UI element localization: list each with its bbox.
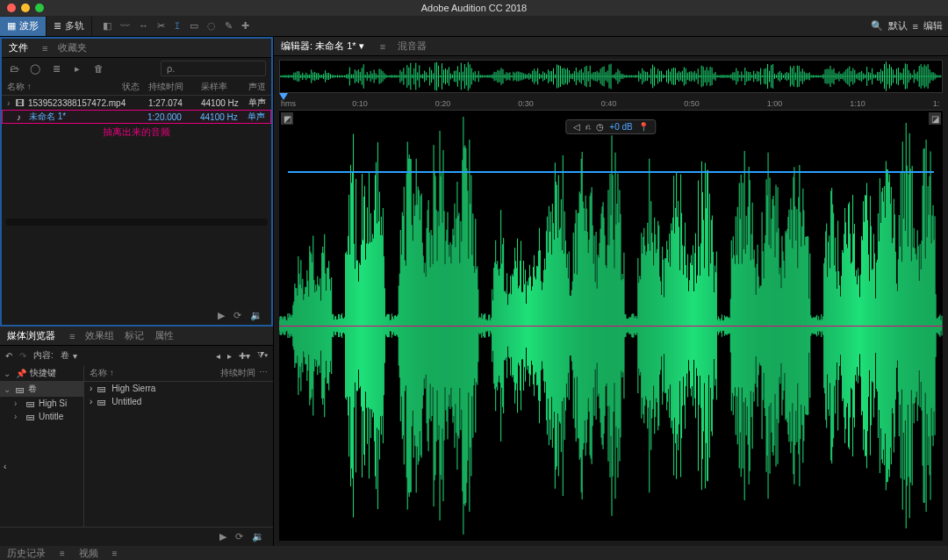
amplitude-guide-line (288, 171, 934, 173)
list-item[interactable]: ›🖴High Sierra (84, 382, 273, 395)
insert-icon[interactable]: ▸ (70, 63, 84, 75)
open-file-icon[interactable]: 🗁 (7, 63, 21, 74)
tab-effects-rack[interactable]: 效果组 (85, 329, 114, 342)
editor-tab-menu-icon[interactable]: ≡ (380, 41, 385, 52)
files-tab-menu-icon[interactable]: ≡ (42, 43, 47, 54)
minimize-window-button[interactable] (21, 4, 30, 12)
footer-menu-icon[interactable]: ≡ (60, 549, 65, 558)
tab-favorites[interactable]: 收藏夹 (58, 41, 87, 54)
filter-icon[interactable]: ⧩▾ (257, 350, 268, 361)
col-more[interactable]: ⋯ (255, 367, 268, 379)
corner-tl-icon[interactable]: ◩ (281, 112, 293, 125)
content-dropdown[interactable]: 卷▾ (61, 349, 77, 362)
drive-icon: 🖴 (97, 384, 106, 393)
back-icon[interactable]: ↶ (5, 351, 12, 361)
menu-right[interactable]: 编辑 (923, 19, 943, 32)
play-icon[interactable]: ▶ (218, 310, 225, 321)
tab-video[interactable]: 视频 (79, 547, 98, 560)
col-name[interactable]: 名称 ↑ (7, 81, 122, 93)
tab-media-browser[interactable]: 媒体浏览器 (7, 329, 55, 342)
fwd-icon[interactable]: ↷ (19, 351, 26, 361)
close-window-button[interactable] (7, 4, 16, 12)
ruler-tick: 0:20 (435, 99, 451, 108)
tool-brush-icon[interactable]: ✎ (225, 20, 233, 32)
ruler-tick: 0:50 (684, 99, 700, 108)
auto-play-icon[interactable]: 🔉 (252, 531, 264, 542)
tool-lasso-icon[interactable]: ◌ (207, 20, 216, 32)
waveform-overview[interactable] (279, 60, 943, 93)
new-multitrack-icon[interactable]: ≣ (49, 63, 63, 75)
tool-marquee-icon[interactable]: ▭ (190, 20, 198, 32)
tab-mixer[interactable]: 混音器 (398, 39, 427, 53)
mode-waveform-button[interactable]: ▦ 波形 (0, 17, 47, 36)
add-icon[interactable]: ✚▾ (239, 351, 250, 361)
auto-play-icon[interactable]: 🔉 (250, 310, 262, 321)
files-search-input[interactable]: ρ. (161, 61, 266, 76)
traffic-lights (0, 4, 44, 12)
col-status[interactable]: 状态 (122, 81, 148, 93)
file-name: 1539523388157472.mp4 (28, 98, 148, 108)
nav-next-icon[interactable]: ▸ (227, 351, 232, 361)
nav-prev-icon[interactable]: ◂ (216, 351, 220, 361)
tool-pitch-icon[interactable]: 〰 (120, 20, 130, 32)
file-duration: 1:20.000 (147, 112, 200, 122)
tool-razor-icon[interactable]: ✂ (157, 20, 165, 32)
loop-icon[interactable]: ⟳ (233, 310, 241, 321)
tab-properties[interactable]: 属性 (154, 329, 174, 342)
waveform-display[interactable]: ◩ ◪ ◁ ⎌ ◷ +0 dB 📍 (279, 111, 943, 541)
tool-icons-group: ◧ 〰 ↔ ✂ 𝙸 ▭ ◌ ✎ ✚ (92, 20, 249, 32)
record-file-icon[interactable]: ◯ (28, 63, 42, 75)
tab-editor[interactable]: 编辑器: 未命名 1* ▾ (281, 39, 364, 53)
left-column: 文件 ≡ 收藏夹 🗁 ◯ ≣ ▸ 🗑 ρ. 名称 ↑ 状态 持续时间 采样率 声… (0, 37, 274, 546)
workspace-controls: 🔍 默认 ≡ 编辑 (871, 19, 948, 32)
workspace-label[interactable]: 默认 (888, 19, 908, 32)
hud-pin-icon[interactable]: 📍 (638, 122, 649, 132)
ruler-tick: 1: (933, 99, 940, 108)
media-tab-menu-icon[interactable]: ≡ (69, 331, 75, 341)
tool-time-select-icon[interactable]: 𝙸 (174, 20, 181, 32)
footer-menu-icon[interactable]: ≡ (112, 549, 118, 558)
editor-header-tabs: 编辑器: 未命名 1* ▾ ≡ 混音器 (274, 37, 948, 56)
tab-files[interactable]: 文件 (9, 41, 28, 54)
tree-scroll-left[interactable]: ‹ (0, 460, 83, 473)
col-channels[interactable]: 声道 (245, 81, 266, 93)
col-duration[interactable]: 持续时间 (148, 81, 201, 93)
delete-icon[interactable]: 🗑 (91, 63, 105, 74)
ruler-tick: 1:10 (850, 99, 865, 108)
col-name[interactable]: 名称 ↑ (90, 367, 220, 379)
search-icon[interactable]: 🔍 (871, 20, 883, 32)
time-ruler[interactable]: hms 0:100:200:300:400:501:001:101: (279, 93, 943, 111)
tool-spectral-icon[interactable]: ◧ (103, 20, 111, 32)
zero-crossing-line (279, 326, 943, 327)
files-toolbar: 🗁 ◯ ≣ ▸ 🗑 ρ. (2, 58, 271, 79)
tool-heal-icon[interactable]: ✚ (241, 20, 249, 32)
play-icon[interactable]: ▶ (219, 531, 226, 542)
tab-markers[interactable]: 标记 (125, 329, 144, 342)
file-row-selected[interactable]: ♪ 未命名 1* 1:20.000 44100 Hz 单声 (2, 110, 271, 124)
list-item[interactable]: ›🖴Untitled (84, 395, 273, 408)
tree-item[interactable]: ›🖴High Si (0, 397, 83, 410)
hud-db-value: +0 dB (609, 122, 632, 132)
tree-volumes[interactable]: ⌄🖴卷 (0, 381, 83, 397)
waveform-icon: ▦ (7, 20, 16, 32)
col-samplerate[interactable]: 采样率 (201, 81, 245, 93)
media-columns: ⌄📌快捷键 ⌄🖴卷 ›🖴High Si ›🖴Untitle ‹ 名称 ↑ 持续时… (0, 365, 273, 527)
hud-volume[interactable]: ◁ ⎌ ◷ +0 dB 📍 (565, 119, 656, 134)
loop-icon[interactable]: ⟳ (235, 531, 243, 542)
tool-move-icon[interactable]: ↔ (139, 20, 148, 32)
ruler-unit: hms (281, 99, 296, 108)
mode-multitrack-button[interactable]: ≣ 多轨 (47, 17, 92, 36)
tree-item[interactable]: ›🖴Untitle (0, 410, 83, 423)
maximize-window-button[interactable] (35, 4, 44, 12)
workspace-menu-icon[interactable]: ≡ (913, 21, 918, 32)
media-toolbar: ↶ ↷ 内容: 卷▾ ◂ ▸ ✚▾ ⧩▾ (0, 346, 273, 365)
tab-history[interactable]: 历史记录 (7, 547, 46, 560)
col-duration[interactable]: 持续时间 (220, 367, 255, 379)
corner-tr-icon[interactable]: ◪ (929, 112, 941, 125)
files-hscroll[interactable] (5, 219, 268, 226)
expand-arrow-icon[interactable]: › (7, 98, 16, 108)
mode-waveform-label: 波形 (19, 19, 39, 32)
tree-shortcuts[interactable]: ⌄📌快捷键 (0, 365, 83, 381)
file-row[interactable]: › 🎞 1539523388157472.mp4 1:27.074 44100 … (2, 96, 271, 110)
file-channels: 单声 (244, 111, 265, 123)
